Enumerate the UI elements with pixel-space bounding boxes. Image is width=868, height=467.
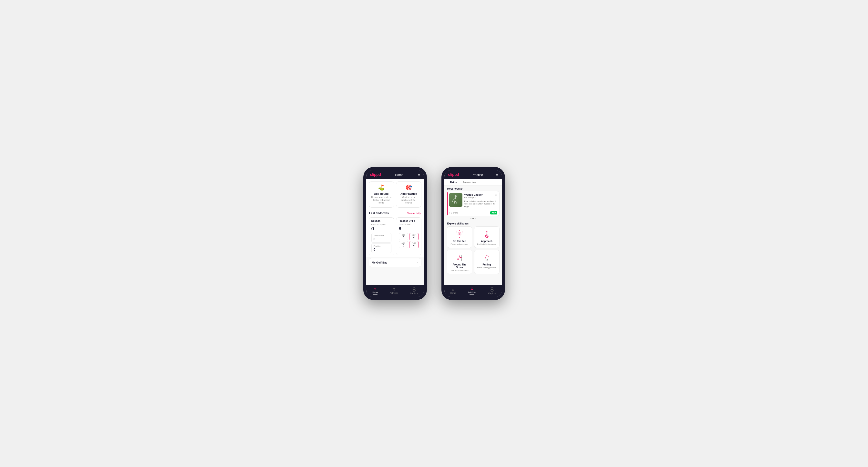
nav-home[interactable]: ⌂ Home <box>372 287 378 295</box>
home-nav-icon: ⌂ <box>374 287 376 290</box>
drills-capture-label: Drills Capture <box>399 223 419 225</box>
action-cards: ⛳ Add Round Record your shots in fast or… <box>366 179 424 210</box>
rounds-capture-label: Rounds Capture <box>371 223 392 225</box>
nav-capture[interactable]: + Capture <box>410 287 418 294</box>
dot-1[interactable] <box>470 218 471 219</box>
header-home: clippd Home ≡ <box>366 170 424 179</box>
accent-bar <box>447 191 448 216</box>
drills-box: Practice Drills Drills Capture 8 OTT 0 A… <box>396 217 422 255</box>
favourite-star-icon[interactable]: ☆ <box>495 193 497 197</box>
tournament-label: Tournament <box>374 235 389 237</box>
svg-point-6 <box>459 233 460 235</box>
drill-description: Play 1 shot at each target yardage. If y… <box>464 200 497 208</box>
arg-value: 0 <box>400 244 407 247</box>
carousel-dots <box>444 218 502 219</box>
nav-activities[interactable]: ⚙ Activities <box>390 287 399 294</box>
app-label: APP <box>410 234 417 236</box>
around-green-icon <box>454 253 465 262</box>
skill-off-the-tee[interactable]: Off The Tee Power and accuracy <box>447 226 472 248</box>
add-practice-card[interactable]: 🎯 Add Practice Capture your practice off… <box>396 181 422 208</box>
shots-icon: ○ <box>449 212 450 214</box>
tab-drills[interactable]: Drills <box>447 179 460 185</box>
svg-line-10 <box>462 231 463 232</box>
featured-drill-card[interactable]: Wedge Ladder 50–100 yds Play 1 shot at e… <box>447 191 499 216</box>
menu-icon-home[interactable]: ≡ <box>417 173 420 177</box>
off-tee-title: Off The Tee <box>453 240 466 243</box>
ott-label: OTT <box>400 234 407 236</box>
around-green-title: Around The Green <box>449 263 470 269</box>
approach-title: Approach <box>481 240 492 243</box>
arg-label: ARG <box>400 242 407 244</box>
drill-subtitle: 50–100 yds <box>464 196 497 199</box>
skill-grid: Off The Tee Power and accuracy <box>444 226 502 276</box>
logo-home: clippd <box>370 173 381 177</box>
explore-label: Explore skill areas <box>444 221 502 226</box>
putting-title: Putting <box>483 263 491 266</box>
golf-bag-chevron: › <box>417 261 418 264</box>
svg-line-9 <box>456 231 457 232</box>
page-title-practice: Practice <box>471 173 483 177</box>
arg-stat: ARG 0 <box>399 241 408 248</box>
add-practice-desc: Capture your practice off-the-course <box>398 196 419 205</box>
golfer-silhouette <box>452 195 459 205</box>
around-green-subtitle: Hone your short game <box>450 269 469 271</box>
dot-3[interactable] <box>475 218 476 219</box>
nav-capture-p[interactable]: + Capture <box>488 287 496 294</box>
skill-putting[interactable]: Putting Make and lag practice <box>474 250 499 274</box>
app-badge: APP <box>490 211 497 215</box>
svg-point-0 <box>455 195 457 197</box>
view-activity-link[interactable]: View Activity <box>407 212 421 215</box>
drill-title: Wedge Ladder <box>464 193 497 196</box>
bottom-nav-home: ⌂ Home ⚙ Activities + Capture <box>366 285 424 297</box>
putt-label: PUTT <box>410 242 417 244</box>
app-value: 4 <box>410 236 417 239</box>
menu-icon-practice[interactable]: ≡ <box>496 173 498 177</box>
approach-icon <box>481 229 493 239</box>
svg-line-33 <box>487 255 488 256</box>
nav-home-p[interactable]: ⌂ Home <box>450 287 456 294</box>
approach-icon-area <box>481 229 493 239</box>
home-nav-indicator <box>373 294 377 295</box>
stats-row: Rounds Rounds Capture 0 Tournament 0 Pra… <box>366 216 424 257</box>
svg-point-13 <box>458 232 461 236</box>
tournament-value: 0 <box>374 237 389 241</box>
off-tee-subtitle: Power and accuracy <box>451 243 468 245</box>
dot-2[interactable] <box>472 218 474 219</box>
shots-label: ○ 9 shots <box>449 212 458 214</box>
tab-favourites[interactable]: Favourites <box>460 179 479 185</box>
nav-activities-p[interactable]: ⚙ Activities <box>468 287 476 295</box>
activities-nav-label-p: Activities <box>468 291 476 293</box>
drill-thumbnail <box>449 193 462 207</box>
activities-nav-label: Activities <box>390 292 399 294</box>
svg-line-3 <box>455 200 457 204</box>
ott-stat: OTT 0 <box>399 233 408 240</box>
putting-subtitle: Make and lag practice <box>477 267 496 269</box>
putting-icon <box>481 253 493 262</box>
putting-icon-area <box>481 252 493 262</box>
activity-section-title: Last 3 Months <box>369 212 389 215</box>
page-title-home: Home <box>395 173 404 177</box>
svg-line-2 <box>454 200 455 204</box>
phone-home: clippd Home ≡ ⛳ Add Round Record your sh… <box>363 167 427 300</box>
activities-nav-icon-p: ⚙ <box>470 287 474 290</box>
add-round-icon: ⛳ <box>378 184 384 191</box>
ott-value: 0 <box>400 236 407 239</box>
skill-around-green[interactable]: Around The Green Hone your short game <box>447 250 472 274</box>
activities-nav-indicator <box>469 294 474 295</box>
rounds-box: Rounds Rounds Capture 0 Tournament 0 Pra… <box>369 217 394 255</box>
phone-practice: clippd Practice ≡ Drills Favourites Most… <box>441 167 505 300</box>
add-round-title: Add Round <box>374 192 389 195</box>
add-practice-icon: 🎯 <box>405 184 412 191</box>
capture-nav-icon: + <box>412 287 416 291</box>
drills-total: 8 <box>399 226 419 231</box>
putt-stat: PUTT 4 <box>409 241 419 248</box>
golf-bag-row[interactable]: My Golf Bag › <box>369 258 422 267</box>
activities-nav-icon: ⚙ <box>393 287 396 291</box>
activity-section-header: Last 3 Months View Activity <box>366 210 424 216</box>
home-nav-label: Home <box>372 291 378 293</box>
capture-nav-label: Capture <box>410 292 418 294</box>
add-round-card[interactable]: ⛳ Add Round Record your shots in fast or… <box>369 181 394 208</box>
skill-approach[interactable]: Approach Dial-in to hit the green <box>474 226 499 248</box>
bottom-nav-practice: ⌂ Home ⚙ Activities + Capture <box>444 285 502 297</box>
practice-label: Practice <box>374 245 389 247</box>
